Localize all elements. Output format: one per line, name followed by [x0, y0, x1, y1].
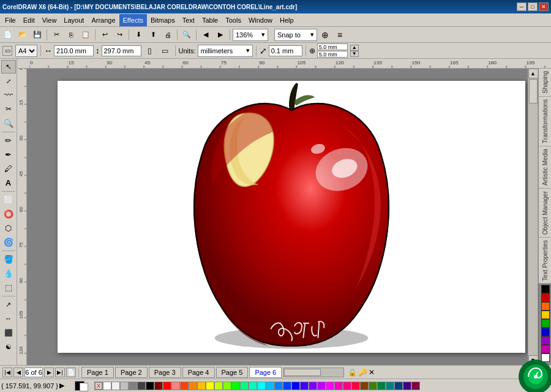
vertical-scrollbar[interactable]: ▲ ▼	[528, 69, 538, 365]
tool-ellipse[interactable]: ⭕	[1, 207, 16, 221]
swatch-blue2[interactable]	[283, 382, 291, 390]
tool-smart[interactable]: ✒	[1, 148, 16, 161]
first-page-button[interactable]: |◀	[2, 368, 12, 377]
redo-button[interactable]: ↪	[113, 28, 126, 42]
page-tab-2[interactable]: Page 2	[115, 367, 148, 378]
options-icon[interactable]: ≡	[333, 28, 347, 42]
menu-file[interactable]: File	[1, 14, 20, 26]
swatch-darkgray[interactable]	[137, 382, 146, 390]
swatch-springgreen[interactable]	[240, 382, 249, 390]
lock-icon[interactable]: 🔒	[348, 368, 357, 377]
cut-button[interactable]: ✂	[50, 28, 63, 42]
swatch-violet[interactable]	[309, 382, 317, 390]
portrait-button[interactable]: ▯	[143, 44, 157, 58]
nudge-input[interactable]: 0.1 mm	[269, 45, 302, 56]
panel-shaping[interactable]: Shaping	[538, 69, 551, 97]
tool-select[interactable]: ↖	[1, 60, 16, 74]
drawing-canvas[interactable]	[58, 81, 525, 353]
swatch-magenta[interactable]	[326, 382, 334, 390]
page-tab-5[interactable]: Page 5	[216, 367, 249, 378]
prev-page-button[interactable]: ◀	[13, 368, 23, 377]
swatch-cyan[interactable]	[257, 382, 266, 390]
color-yellow[interactable]	[541, 311, 550, 319]
page-tab-3[interactable]: Page 3	[149, 367, 181, 378]
maximize-button[interactable]: □	[528, 2, 538, 11]
tool-freehand[interactable]: ✏	[1, 134, 16, 147]
panel-artistic-media[interactable]: Artistic Media	[538, 146, 551, 189]
swatch-silver[interactable]	[120, 382, 129, 390]
last-page-button[interactable]: ▶|	[55, 368, 65, 377]
step-x-down[interactable]: ▼	[350, 51, 359, 57]
tool-text[interactable]: A	[1, 176, 16, 189]
panel-object-manager[interactable]: Object Manager	[538, 189, 551, 238]
menu-effects[interactable]: Effects	[119, 14, 147, 26]
scroll-thumb[interactable]	[529, 79, 538, 104]
panel-transformations[interactable]: Transformations	[538, 97, 551, 146]
undo-button[interactable]: ↩	[98, 28, 111, 42]
page-counter[interactable]	[24, 368, 43, 377]
cursor-icon[interactable]: ▶	[59, 382, 64, 390]
swatch-green[interactable]	[231, 382, 240, 390]
tool-zoom[interactable]: 🔍	[1, 116, 16, 130]
prev-button[interactable]: ◀	[199, 28, 212, 42]
swatch-crimson[interactable]	[351, 382, 360, 390]
swatch-maroon2[interactable]	[411, 382, 420, 390]
landscape-button[interactable]: ▭	[159, 44, 172, 58]
height-input[interactable]: 297.0 mm	[102, 45, 141, 56]
menu-tools[interactable]: Tools	[222, 14, 245, 26]
tool-fill[interactable]: 🪣	[1, 252, 16, 266]
swatch-dodgerblue[interactable]	[274, 382, 283, 390]
page-format-dropdown[interactable]: A4	[15, 45, 37, 57]
tool-rect[interactable]: ⬜	[1, 193, 16, 206]
color-blue[interactable]	[541, 328, 550, 336]
swatch-forest[interactable]	[377, 382, 386, 390]
add-page-button[interactable]: 📄	[66, 368, 76, 377]
swatch-lightred[interactable]	[171, 382, 180, 390]
tool-interactive[interactable]: ⬚	[1, 281, 16, 294]
swatch-chartreuse[interactable]	[223, 382, 231, 390]
menu-edit[interactable]: Edit	[20, 14, 39, 26]
import-button[interactable]: ⬇	[132, 28, 145, 42]
swatch-deepskyblue[interactable]	[266, 382, 274, 390]
panel-text-properties[interactable]: Text Properties	[538, 238, 551, 284]
export-button[interactable]: ⬆	[146, 28, 160, 42]
menu-bitmaps[interactable]: Bitmaps	[147, 14, 179, 26]
next-page-button[interactable]: ▶	[44, 368, 54, 377]
step-x-input[interactable]	[317, 43, 348, 50]
swatch-blue[interactable]	[291, 382, 300, 390]
swatch-brown[interactable]	[360, 382, 369, 390]
menu-help[interactable]: Help	[276, 14, 298, 26]
page-format-icon[interactable]: ▭	[2, 46, 12, 56]
tool-shape[interactable]: ⤢	[1, 74, 16, 88]
swatch-hotpink[interactable]	[334, 382, 343, 390]
tool-crop[interactable]: ✂	[1, 102, 16, 116]
close-button[interactable]: ✕	[539, 2, 549, 11]
page-tab-4[interactable]: Page 4	[182, 367, 215, 378]
paste-button[interactable]: 📋	[79, 28, 92, 42]
save-button[interactable]: 💾	[31, 28, 44, 42]
swatch-white[interactable]	[103, 382, 111, 390]
open-button[interactable]: 📂	[16, 28, 29, 42]
no-color-swatch[interactable]: X	[94, 382, 103, 390]
step-x-up[interactable]: ▲	[350, 45, 359, 51]
swatch-redorange[interactable]	[180, 382, 189, 390]
stroke-color-box[interactable]	[80, 383, 88, 391]
color-red[interactable]	[541, 293, 550, 302]
snap-dropdown[interactable]: Snap to ▾	[274, 29, 317, 41]
scroll-track[interactable]	[528, 78, 538, 355]
menu-layout[interactable]: Layout	[60, 14, 88, 26]
tool-spiral[interactable]: 🌀	[1, 235, 16, 249]
menu-window[interactable]: Window	[245, 14, 276, 26]
scroll-up-button[interactable]: ▲	[528, 69, 538, 78]
tool-smooth[interactable]: 〰	[1, 88, 16, 102]
print-button[interactable]: 🖨	[161, 28, 174, 42]
step-y-input[interactable]	[317, 51, 348, 58]
color-orange[interactable]	[541, 302, 550, 311]
canvas-scroll[interactable]: ▲ ▼	[27, 69, 538, 365]
tool-shadow[interactable]: ⬛	[1, 326, 16, 339]
color-purple[interactable]	[541, 336, 550, 345]
tool-blend[interactable]: ☯	[1, 340, 16, 353]
swatch-medspring[interactable]	[249, 382, 257, 390]
horizontal-scrollbar[interactable]	[283, 368, 344, 377]
menu-text[interactable]: Text	[179, 14, 198, 26]
